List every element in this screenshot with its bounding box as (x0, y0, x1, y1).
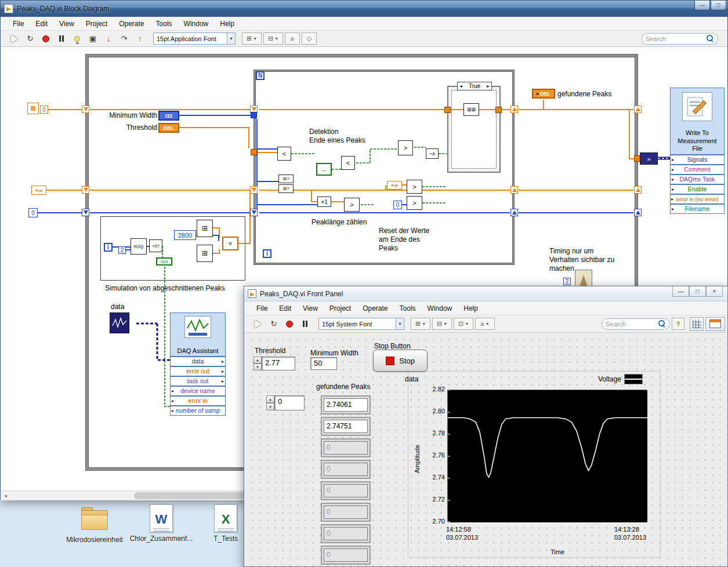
wtmf-terminal-comment[interactable]: ▸Comment (670, 165, 725, 175)
minimize-button[interactable]: — (672, 286, 689, 297)
constant-zero-inner[interactable]: 0 (393, 201, 402, 209)
font-selector[interactable]: 15pt Application Font ▼ (153, 32, 236, 45)
greater-than-node[interactable]: > (398, 140, 413, 155)
constant-zero-top[interactable]: 0 (40, 106, 48, 114)
array-value[interactable]: 0 (324, 484, 368, 497)
wtmf-terminal-daqmx-task[interactable]: ▸DAQmx Task (670, 175, 725, 184)
greater-than-node[interactable]: > (407, 180, 422, 194)
constant-infinity-left[interactable]: +∞ (31, 186, 46, 195)
align-objects-button[interactable]: ⊞▼ (411, 318, 430, 330)
case-prev-icon[interactable]: ◄ (459, 84, 463, 88)
scrollbar-thumb[interactable] (134, 492, 247, 499)
greater-than-node[interactable]: > (407, 196, 422, 210)
distribute-objects-button[interactable]: ⊟▼ (432, 318, 452, 330)
spin-down-icon[interactable]: ▼ (253, 364, 262, 370)
write-to-measurement-file-vi[interactable]: Write To Measurement File (670, 88, 725, 155)
font-selector[interactable]: 15pt System Font ▼ (318, 318, 404, 330)
daq-terminal-number-of-samples[interactable]: ▸number of samp (170, 406, 226, 416)
menu-file[interactable]: File (9, 18, 28, 30)
menu-help[interactable]: Help (459, 303, 482, 314)
quotient-remainder-node[interactable]: R/IQ (131, 238, 147, 255)
run-button[interactable] (251, 318, 265, 330)
tunnel[interactable] (251, 149, 257, 155)
threshold-terminal[interactable]: DBL (158, 123, 179, 133)
shift-register-right[interactable] (634, 186, 642, 194)
threshold-field[interactable]: 2.77 (262, 357, 295, 370)
spin-down-icon[interactable]: ▼ (266, 403, 274, 410)
shift-register-right[interactable] (510, 209, 518, 216)
daq-terminal-error-in[interactable]: ▸error in (170, 396, 226, 406)
step-out-button[interactable]: ↑ (133, 32, 147, 45)
minimum-width-field[interactable]: 50 (310, 357, 337, 370)
distribute-objects-button[interactable]: ⊟▼ (263, 32, 283, 45)
run-continuous-button[interactable]: ↻ (23, 32, 37, 45)
grid-alignment-button[interactable] (690, 317, 704, 331)
retain-wire-values-button[interactable]: ▣ (86, 32, 100, 45)
shift-register-right[interactable] (510, 106, 518, 113)
menu-operate[interactable]: Operate (358, 303, 392, 314)
for-loop-iteration-terminal[interactable]: i (263, 249, 271, 258)
abort-button[interactable] (282, 318, 296, 330)
peaks-array-element[interactable]: 0 (321, 546, 371, 565)
array-value[interactable]: 0 (324, 441, 368, 455)
peaks-array-element[interactable]: 0 (321, 438, 371, 457)
menu-tools[interactable]: Tools (396, 303, 420, 314)
wtmf-terminal-filename[interactable]: ▸Filename (670, 204, 725, 214)
array-index-field[interactable]: 0 (274, 395, 305, 410)
increment-node[interactable]: +1 (317, 197, 331, 207)
array-value[interactable]: 0 (324, 506, 368, 519)
menu-window[interactable]: Window (180, 18, 213, 30)
align-objects-button[interactable]: ⊞▼ (242, 32, 262, 45)
daq-terminal-error-out[interactable]: ▸error out (170, 366, 226, 376)
minimum-width-terminal[interactable]: I32 (158, 111, 179, 121)
daq-assistant-vi[interactable]: DAQ Assistant (170, 312, 226, 357)
vi-icon-button[interactable] (705, 317, 725, 331)
daq-terminal-task-out[interactable]: ▸task out (170, 376, 226, 386)
timing-constant[interactable]: 2 (563, 278, 571, 285)
daq-terminal-device-name[interactable]: ▸device name (170, 386, 226, 396)
array-value[interactable]: 0 (324, 463, 368, 476)
shift-register-left[interactable] (250, 209, 258, 216)
scroll-left-button[interactable]: ◄ (1, 491, 10, 500)
convert-to-dynamic-data-node[interactable]: » (640, 152, 658, 165)
shift-register-left[interactable] (250, 186, 258, 194)
multiply-node[interactable]: × (222, 237, 238, 250)
array-value[interactable]: 2.74751 (324, 420, 368, 433)
and-not-node[interactable]: ¬∧ (426, 148, 439, 159)
tunnel[interactable] (251, 112, 257, 118)
daq-terminal-data[interactable]: ▸data (170, 357, 226, 366)
shift-register-right[interactable] (634, 106, 642, 113)
peaks-array-element[interactable]: 0 (321, 460, 371, 479)
step-over-button[interactable]: ↷ (117, 32, 131, 45)
cleanup-diagram-button[interactable]: ◇ (302, 32, 317, 45)
run-continuous-button[interactable]: ↻ (267, 318, 281, 330)
shift-register-left[interactable] (82, 106, 89, 113)
abort-button[interactable] (39, 32, 53, 45)
highlight-execution-button[interactable] (70, 32, 84, 45)
case-tunnel[interactable] (444, 107, 451, 113)
array-node[interactable]: ⊞ (197, 220, 213, 237)
constant-two[interactable]: 2 (118, 246, 126, 254)
pause-button[interactable] (55, 32, 68, 45)
gefundene-peaks-terminal[interactable]: ▸ DBL (532, 89, 555, 99)
case-selector[interactable]: ◄ True ► (457, 82, 492, 90)
peaks-array-element[interactable]: 0 (321, 481, 371, 500)
constant-2800[interactable]: 2800 (174, 230, 196, 240)
stop-button[interactable]: Stop (373, 350, 428, 372)
spin-up-icon[interactable]: ▲ (266, 395, 274, 403)
build-array-node[interactable]: ⊞⊞ (463, 103, 479, 116)
menu-help[interactable]: Help (216, 18, 238, 30)
array-value[interactable]: 0 (324, 548, 368, 562)
reorder-button[interactable]: ≡▼ (475, 318, 495, 330)
peaks-array-element[interactable]: 2.74061 (321, 395, 371, 415)
menu-view[interactable]: View (55, 18, 78, 30)
less-than-node[interactable]: < (341, 156, 355, 170)
reorder-button[interactable]: ≡ (285, 32, 300, 45)
data-waveform-terminal[interactable] (110, 312, 129, 333)
peaks-array-element[interactable]: 0 (321, 524, 371, 543)
equal-zero-node[interactable]: =0? (149, 239, 162, 252)
case-next-icon[interactable]: ► (486, 84, 490, 88)
step-into-button[interactable]: ↓ (102, 32, 115, 45)
shift-register-right[interactable] (510, 186, 518, 194)
menu-view[interactable]: View (299, 303, 322, 314)
